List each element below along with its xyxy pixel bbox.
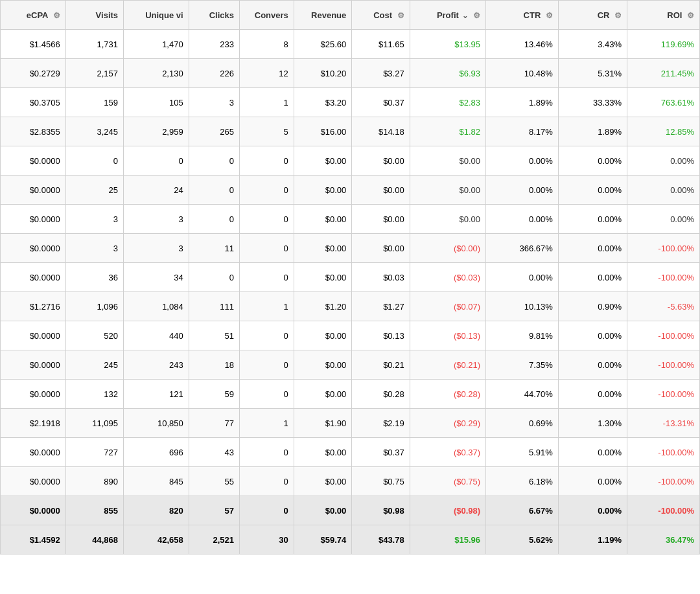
cell-unique: 121 [124,380,189,409]
footer-cell-conv: 30 [239,525,294,554]
cell-rev: $0.00 [294,176,351,205]
table-row: $0.27292,1572,13022612$10.20$3.27$6.9310… [1,59,700,88]
cell-unique: 0 [124,146,189,176]
cell-ctr: 7.35% [486,350,559,380]
gear-icon[interactable]: ⚙ [614,11,622,20]
cell-rev: $0.00 [294,350,351,380]
cell-visits: 520 [65,321,123,350]
table-row: $0.370515910531$3.20$0.37$2.831.89%33.33… [1,88,700,117]
cell-clicks: 59 [189,380,239,409]
cell-roi: 12.85% [627,117,700,146]
col-header-visits[interactable]: Visits [65,1,123,30]
cell-ecpa: $0.0000 [1,321,66,350]
col-header-roi[interactable]: ROI ⚙ [627,1,700,30]
cell-ecpa: $2.1918 [1,409,66,438]
cell-rev: $3.20 [294,88,351,117]
table-row: $0.000033110$0.00$0.00($0.00)366.67%0.00… [1,234,700,263]
cell-unique: 10,850 [124,409,189,438]
gear-icon[interactable]: ⚙ [397,11,404,20]
cell-cost: $0.75 [352,467,410,496]
cell-cr: 0.00% [558,321,627,350]
cell-clicks: 18 [189,350,239,380]
cell-roi: -13.31% [627,409,700,438]
cell-roi: -100.00% [627,496,700,525]
col-header-rev[interactable]: Revenue [294,1,351,30]
cell-clicks: 77 [189,409,239,438]
cell-ecpa: $0.0000 [1,380,66,409]
cell-roi: 0.00% [627,205,700,234]
cell-ecpa: $0.0000 [1,467,66,496]
cell-profit: ($0.21) [410,350,485,380]
cell-ecpa: $1.4566 [1,30,66,59]
table-row: $0.0000520440510$0.00$0.13($0.13)9.81%0.… [1,321,700,350]
cell-roi: 0.00% [627,176,700,205]
cell-ecpa: $0.3705 [1,88,66,117]
cell-clicks: 233 [189,30,239,59]
cell-cost: $0.00 [352,205,410,234]
cell-ctr: 44.70% [486,380,559,409]
table-row: $0.0000245243180$0.00$0.21($0.21)7.35%0.… [1,350,700,380]
cell-profit: $0.00 [410,146,485,176]
gear-icon[interactable]: ⚙ [53,11,60,20]
cell-ecpa: $0.0000 [1,146,66,176]
cell-clicks: 3 [189,88,239,117]
cell-ecpa: $0.0000 [1,234,66,263]
cell-ctr: 8.17% [486,117,559,146]
cell-cost: $0.21 [352,350,410,380]
cell-cost: $0.37 [352,88,410,117]
gear-icon[interactable]: ⚙ [687,11,694,20]
col-header-cr[interactable]: CR ⚙ [558,1,627,30]
cell-unique: 696 [124,438,189,467]
col-header-ecpa[interactable]: eCPA ⚙ [1,1,66,30]
cell-cr: 0.90% [558,292,627,321]
cell-unique: 3 [124,205,189,234]
cell-ecpa: $0.0000 [1,496,66,525]
cell-ctr: 13.46% [486,30,559,59]
cell-conv: 0 [239,467,294,496]
col-header-ctr[interactable]: CTR ⚙ [486,1,559,30]
cell-conv: 1 [239,292,294,321]
cell-visits: 3 [65,234,123,263]
cell-rev: $0.00 [294,146,351,176]
cell-ecpa: $0.0000 [1,263,66,292]
cell-ctr: 366.67% [486,234,559,263]
cell-visits: 1,096 [65,292,123,321]
cell-profit: $0.00 [410,176,485,205]
footer-cell-cost: $43.78 [352,525,410,554]
table-row: $2.83553,2452,9592655$16.00$14.18$1.828.… [1,117,700,146]
col-header-profit[interactable]: Profit ⌄ ⚙ [410,1,485,30]
cell-profit: $0.00 [410,205,485,234]
cell-ctr: 10.48% [486,59,559,88]
gear-icon[interactable]: ⚙ [546,11,553,20]
cell-conv: 0 [239,263,294,292]
cell-clicks: 265 [189,117,239,146]
col-header-cost[interactable]: Cost ⚙ [352,1,410,30]
gear-icon[interactable]: ⚙ [473,11,480,20]
cell-unique: 34 [124,263,189,292]
cell-rev: $0.00 [294,380,351,409]
footer-cell-visits: 44,868 [65,525,123,554]
col-header-conv[interactable]: Convers [239,1,294,30]
cell-profit: ($0.98) [410,496,485,525]
cell-cr: 3.43% [558,30,627,59]
cell-rev: $25.60 [294,30,351,59]
cell-ecpa: $0.0000 [1,438,66,467]
cell-clicks: 0 [189,263,239,292]
cell-rev: $0.00 [294,438,351,467]
col-header-clicks[interactable]: Clicks [189,1,239,30]
cell-visits: 855 [65,496,123,525]
cell-cr: 0.00% [558,350,627,380]
cell-clicks: 226 [189,59,239,88]
cell-ctr: 10.13% [486,292,559,321]
footer-cell-rev: $59.74 [294,525,351,554]
table-row: $2.191811,09510,850771$1.90$2.19($0.29)0… [1,409,700,438]
cell-rev: $16.00 [294,117,351,146]
footer-cell-unique: 42,658 [124,525,189,554]
cell-conv: 0 [239,176,294,205]
cell-clicks: 0 [189,146,239,176]
cell-cost: $0.00 [352,176,410,205]
table-row: $0.0000363400$0.00$0.03($0.03)0.00%0.00%… [1,263,700,292]
cell-clicks: 111 [189,292,239,321]
col-header-unique[interactable]: Unique vi [124,1,189,30]
cell-rev: $0.00 [294,234,351,263]
